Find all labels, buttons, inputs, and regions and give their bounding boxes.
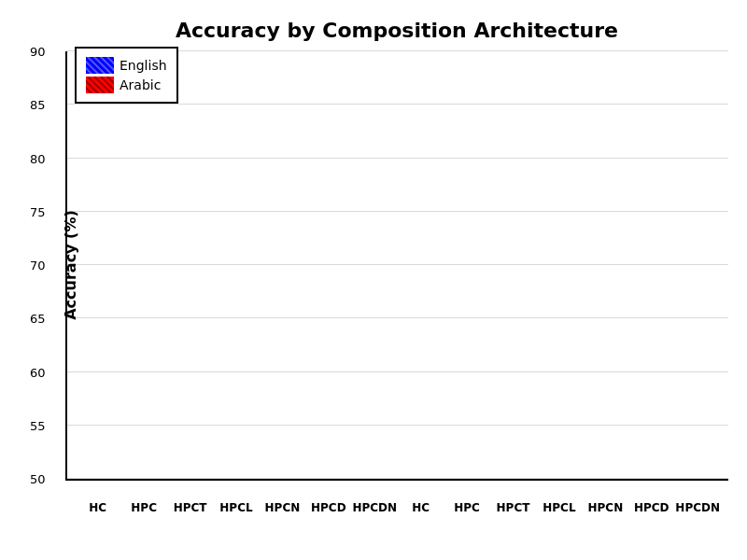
legend: EnglishArabic <box>75 47 178 104</box>
x-axis-label: HPCT <box>490 501 536 514</box>
x-axis-label: HPCDN <box>674 501 720 514</box>
y-tick-label: 85 <box>30 98 46 112</box>
y-tick-label: 80 <box>30 151 46 165</box>
chart-container: Accuracy by Composition Architecture Acc… <box>0 0 747 560</box>
x-axis-label: HPCL <box>536 501 582 514</box>
y-tick-label: 90 <box>30 45 46 59</box>
x-axis-label: HPCT <box>167 501 213 514</box>
legend-swatch-red <box>86 77 114 93</box>
x-axis-label: HPCDN <box>352 501 398 514</box>
chart-title: Accuracy by Composition Architecture <box>65 19 728 42</box>
x-axis-label: HPCN <box>260 501 305 514</box>
legend-swatch-blue <box>86 57 114 74</box>
legend-item: English <box>86 57 167 74</box>
x-axis-label: HPCL <box>213 501 259 514</box>
y-tick-label: 50 <box>30 472 46 486</box>
y-tick-label: 65 <box>30 312 46 326</box>
x-axis-label: HPCD <box>305 501 351 514</box>
x-axis-label: HPC <box>444 501 489 514</box>
x-axis-label: HPC <box>120 501 166 514</box>
bars-wrapper <box>67 51 728 479</box>
x-axis-label: HPCD <box>628 501 674 514</box>
y-tick-label: 70 <box>30 259 46 273</box>
x-axis-label: HC <box>75 501 120 514</box>
x-labels: HCHPCHPCTHPCLHPCNHPCDHPCDNHCHPCHPCTHPCLH… <box>67 501 728 514</box>
x-axis-label: HC <box>398 501 444 514</box>
legend-label: Arabic <box>120 77 161 92</box>
y-tick-label: 60 <box>30 365 46 379</box>
x-axis-label: HPCN <box>583 501 628 514</box>
legend-label: English <box>120 58 167 73</box>
legend-item: Arabic <box>86 77 167 93</box>
y-tick-label: 75 <box>30 204 46 218</box>
chart-area: Accuracy (%) 505560657075808590 HCHPCHPC… <box>65 51 728 481</box>
y-tick-label: 55 <box>30 418 46 432</box>
